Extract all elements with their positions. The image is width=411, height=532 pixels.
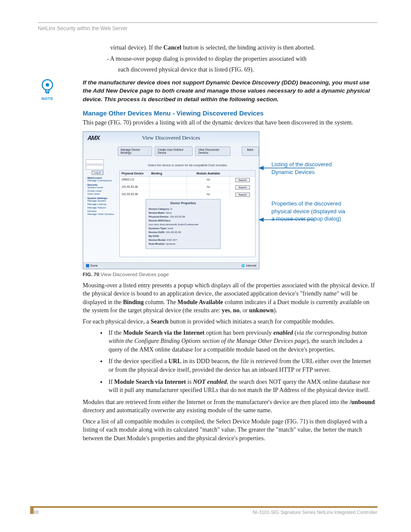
col-action bbox=[230, 171, 255, 176]
doc-title: NI-3101-SIG Signature Series NetLinx Int… bbox=[252, 510, 377, 515]
cell-device: 191.93.53.38 bbox=[120, 191, 149, 198]
intro-line-2a: - A mouse-over popup dialog is provided … bbox=[107, 55, 377, 63]
text: If the device specified a bbox=[109, 358, 168, 364]
sidebar-link[interactable]: Manage System bbox=[87, 199, 116, 203]
text: is bbox=[186, 378, 193, 385]
paragraph-search: For each physical device, a Search butto… bbox=[83, 317, 377, 326]
text: column. The bbox=[144, 299, 178, 305]
text-bold: Module Search via the Internet bbox=[123, 329, 205, 336]
device-properties-popup: Device Properties Device-Category: 0Devi… bbox=[146, 199, 221, 249]
list-item: If the Module Search via the Internet op… bbox=[107, 329, 377, 354]
cell-device: 191.93.53.38 bbox=[120, 184, 149, 191]
status-internet: 🌐 Internet bbox=[241, 264, 256, 268]
tab-view-discovered[interactable]: View Discovered Devices bbox=[195, 146, 230, 156]
search-button[interactable]: Search bbox=[235, 193, 249, 197]
paragraph-modules: Modules that are retrieved from either t… bbox=[83, 398, 377, 415]
figure-callouts: Listing of the discovered Dynamic Device… bbox=[271, 131, 349, 223]
popup-row: My-DVD: bbox=[149, 234, 218, 238]
text: Modules that are retrieved from either t… bbox=[83, 398, 349, 405]
note-icon: NOTE bbox=[38, 78, 57, 101]
text-bold: yes bbox=[222, 307, 230, 314]
text: ). bbox=[274, 307, 277, 314]
running-head: NetLinx Security within the Web Server bbox=[38, 25, 377, 31]
note-block: NOTE If the manufacturer device does not… bbox=[38, 78, 377, 104]
cell-module: no bbox=[187, 184, 230, 191]
instruction-text: Select the device to search for all comp… bbox=[119, 159, 255, 170]
text: If the bbox=[109, 329, 123, 336]
text-bold: unknown bbox=[249, 307, 274, 314]
list-item: If Module Search via Internet is NOT ena… bbox=[107, 378, 377, 395]
cell-module: no bbox=[187, 191, 230, 198]
bullet-list: If the Module Search via the Internet op… bbox=[83, 329, 377, 395]
svg-point-1 bbox=[46, 83, 49, 87]
text-bold-italic: NOT enabled bbox=[193, 378, 227, 385]
table-row[interactable]: 191.93.53.38 no Search bbox=[120, 191, 255, 198]
text: , or bbox=[240, 307, 249, 314]
sidebar-link[interactable]: Manage NetLinx Devices bbox=[87, 206, 116, 213]
sidebar-link[interactable]: User Level bbox=[87, 193, 116, 196]
cancel-word: Cancel bbox=[163, 44, 181, 51]
text: virtual device). If the bbox=[110, 44, 163, 51]
text-bold: URL bbox=[168, 358, 181, 364]
table-row[interactable]: 18002:1:0 no Search bbox=[120, 177, 255, 184]
device-table: Physical Device Binding Module Available… bbox=[119, 170, 255, 257]
text-bold-italic: enabled bbox=[273, 329, 293, 336]
text: directory and automatically overwrite an… bbox=[83, 407, 272, 414]
popup-row: Device-GUID: 191.93.93.38 bbox=[149, 230, 218, 234]
paragraph-once: Once a list of all compatible modules is… bbox=[83, 417, 377, 443]
text: , bbox=[230, 307, 233, 314]
popup-row: Device-Make: Sony bbox=[149, 211, 218, 215]
text-bold: Binding bbox=[123, 299, 143, 305]
page-number: 88 bbox=[34, 510, 39, 515]
intro-line-1: virtual device). If the Cancel button is… bbox=[110, 44, 377, 52]
popup-title: Device Properties bbox=[149, 201, 218, 206]
section-heading: Manage Other Devices Menu - Viewing Disc… bbox=[83, 109, 377, 117]
sidebar-link[interactable]: System Level bbox=[87, 186, 116, 190]
table-row[interactable]: 191.93.53.38 no Search bbox=[120, 184, 255, 191]
svg-marker-3 bbox=[258, 166, 264, 170]
text: For each physical device, a bbox=[83, 318, 151, 325]
tab-manage-bindings[interactable]: Manage Device Bindings bbox=[118, 146, 152, 156]
amx-logo: AMX bbox=[87, 134, 100, 141]
sidebar-link[interactable]: Group Level bbox=[87, 190, 116, 193]
login-button[interactable]: Log In bbox=[92, 171, 103, 175]
svg-marker-5 bbox=[258, 218, 264, 222]
cell-device: 18002:1:0 bbox=[120, 177, 149, 184]
text: button is provided which initiates a sea… bbox=[168, 318, 334, 325]
col-binding: Binding bbox=[149, 171, 187, 176]
col-physical-device: Physical Device bbox=[120, 171, 149, 176]
col-module-available: Module Available bbox=[187, 171, 230, 176]
popup-row: Duet-Module: dynamic bbox=[149, 242, 218, 246]
cell-binding bbox=[149, 184, 187, 191]
popup-row: Device-Model: DSC-W7 bbox=[149, 238, 218, 242]
sidebar-link[interactable]: Manage Connections bbox=[87, 179, 116, 183]
text: option has been previously bbox=[205, 329, 274, 336]
fig-num: FIG. 70 bbox=[83, 272, 99, 277]
text: button is selected, the binding activity… bbox=[181, 44, 315, 51]
tab-create-udd[interactable]: Create User Defined Device bbox=[155, 146, 193, 156]
text: If bbox=[109, 378, 114, 385]
popup-row: Dynamic-Type: local bbox=[149, 227, 218, 230]
cell-module: no bbox=[187, 177, 230, 184]
heading-sub: This page (FIG. 70) provides a listing w… bbox=[83, 118, 377, 127]
status-done: 🟦 Done bbox=[86, 264, 98, 268]
cell-binding bbox=[149, 191, 187, 198]
search-button[interactable]: Search bbox=[235, 185, 249, 190]
figure-caption: FIG. 70 View Discovered Devices page bbox=[83, 272, 377, 277]
back-button[interactable]: Back bbox=[242, 146, 259, 156]
search-button[interactable]: Search bbox=[235, 178, 249, 182]
text-bold: Search bbox=[151, 318, 169, 325]
popup-row: Device-SDKClass: com.amx.duet.devicesdk.… bbox=[149, 219, 218, 227]
sidebar-link[interactable]: Manage Other Devices bbox=[87, 213, 116, 216]
text-bold: no bbox=[233, 307, 240, 314]
figure-screenshot: AMX View Discovered Devices Manage Devic… bbox=[83, 131, 259, 269]
fig-text: View Discovered Devices page bbox=[99, 272, 169, 277]
password-input[interactable] bbox=[86, 165, 104, 170]
popup-row: Physical-Device: 191.93.53.38 bbox=[149, 215, 218, 219]
username-input[interactable] bbox=[86, 159, 104, 164]
sidebar-link[interactable]: Manage License bbox=[87, 203, 116, 206]
list-item: If the device specified a URL in its DDD… bbox=[107, 357, 377, 374]
text-bold: Module Search via Internet bbox=[114, 378, 186, 385]
text-bold: /unbound bbox=[349, 398, 374, 405]
note-label: NOTE bbox=[38, 96, 57, 101]
